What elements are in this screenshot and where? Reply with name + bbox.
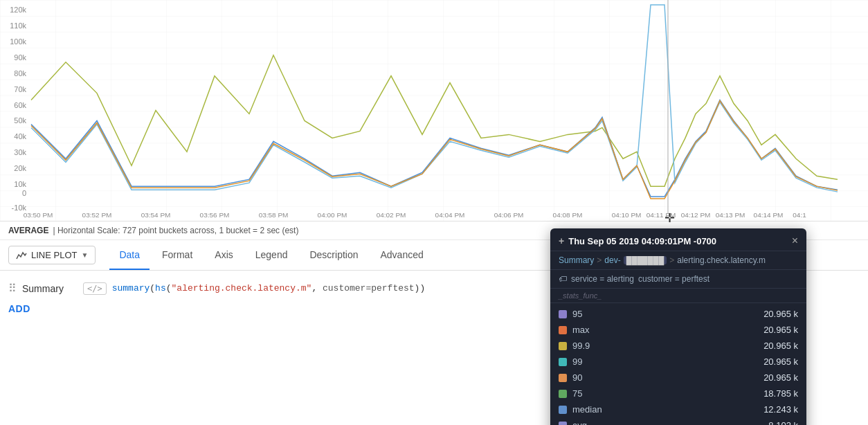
metric-value-avg: 8.102 k bbox=[768, 420, 798, 425]
svg-text:04:11 PM: 04:11 PM bbox=[647, 211, 676, 219]
metric-value-999: 20.965 k bbox=[763, 341, 798, 351]
tab-legend[interactable]: Legend bbox=[246, 241, 298, 270]
metric-row-max: max 20.965 k bbox=[550, 322, 806, 338]
svg-text:120k: 120k bbox=[10, 6, 26, 14]
metric-row-avg: avg 8.102 k bbox=[550, 417, 806, 425]
color-swatch-95 bbox=[559, 310, 567, 318]
metric-value-75: 18.785 k bbox=[763, 388, 798, 399]
svg-text:0: 0 bbox=[22, 189, 26, 197]
chart-type-button[interactable]: LINE PLOT ▼ bbox=[8, 246, 96, 264]
tag-customer: customer = perftest bbox=[638, 274, 709, 284]
metric-name-max: max bbox=[572, 325, 758, 335]
metric-name-99: 99 bbox=[572, 356, 758, 367]
chevron-down-icon: ▼ bbox=[81, 251, 88, 259]
tab-description[interactable]: Description bbox=[300, 241, 368, 270]
tag-icon: 🏷 bbox=[559, 274, 567, 284]
color-swatch-75 bbox=[559, 390, 567, 398]
chart-area: 120k 110k 100k 90k 80k 70k 60k 50k 40k 3… bbox=[0, 0, 868, 221]
metric-value-median: 12.243 k bbox=[763, 404, 798, 415]
svg-text:04:00 PM: 04:00 PM bbox=[318, 211, 347, 219]
breadcrumb-summary: Summary bbox=[559, 255, 594, 265]
svg-text:04:02 PM: 04:02 PM bbox=[377, 211, 406, 219]
metric-name-75: 75 bbox=[572, 388, 758, 399]
average-separator: | bbox=[53, 226, 55, 235]
metric-row-75: 75 18.785 k bbox=[550, 386, 806, 401]
svg-text:110k: 110k bbox=[10, 21, 26, 30]
breadcrumb-metric: alerting.check.latency.m bbox=[677, 255, 766, 265]
svg-text:04:13 PM: 04:13 PM bbox=[716, 211, 745, 219]
svg-text:04:10 PM: 04:10 PM bbox=[612, 211, 642, 219]
color-swatch-99 bbox=[559, 358, 567, 366]
color-swatch-median bbox=[559, 406, 567, 414]
metric-row-median: median 12.243 k bbox=[550, 401, 806, 417]
close-icon[interactable]: × bbox=[792, 235, 798, 246]
svg-text:50k: 50k bbox=[14, 116, 26, 125]
breadcrumb-sep1: > bbox=[597, 255, 602, 265]
tooltip-popup: + Thu Sep 05 2019 04:09:01PM -0700 × Sum… bbox=[550, 228, 806, 425]
svg-text:40k: 40k bbox=[14, 132, 26, 141]
color-swatch-max bbox=[559, 326, 567, 334]
tooltip-timestamp: Thu Sep 05 2019 04:09:01PM -0700 bbox=[568, 236, 716, 246]
svg-text:100k: 100k bbox=[10, 37, 26, 46]
svg-text:60k: 60k bbox=[14, 101, 26, 109]
code-toggle-button[interactable]: </> bbox=[83, 282, 107, 295]
metric-value-90: 20.965 k bbox=[763, 372, 798, 383]
svg-text:30k: 30k bbox=[14, 148, 26, 156]
line-plot-icon bbox=[16, 251, 27, 260]
metric-value-max: 20.965 k bbox=[763, 325, 798, 335]
tag-service: service = alerting bbox=[571, 274, 634, 284]
tooltip-breadcrumb: Summary > dev- ███████ > alerting.check.… bbox=[550, 251, 806, 270]
tab-advanced[interactable]: Advanced bbox=[371, 241, 433, 270]
average-label: AVERAGE bbox=[8, 226, 48, 235]
plus-icon: + bbox=[559, 235, 564, 246]
metric-value-95: 20.965 k bbox=[763, 309, 798, 319]
color-swatch-avg bbox=[559, 422, 567, 426]
metric-row-90: 90 20.965 k bbox=[550, 370, 806, 386]
metric-row-95: 95 20.965 k bbox=[550, 306, 806, 322]
row-label: Summary bbox=[22, 283, 78, 294]
drag-handle-icon[interactable]: ⠿ bbox=[8, 282, 17, 295]
svg-text:03:58 PM: 03:58 PM bbox=[259, 211, 289, 219]
metric-name-median: median bbox=[572, 404, 758, 415]
metric-name-999: 99.9 bbox=[572, 341, 758, 351]
tooltip-header-left: + Thu Sep 05 2019 04:09:01PM -0700 bbox=[559, 235, 716, 246]
svg-text:20k: 20k bbox=[14, 164, 26, 172]
fn-hs: hs bbox=[155, 283, 166, 293]
chart-type-label: LINE PLOT bbox=[31, 250, 77, 260]
svg-text:04:12 PM: 04:12 PM bbox=[681, 211, 711, 219]
average-description: Horizontal Scale: 727 point buckets acro… bbox=[57, 226, 299, 235]
tab-data[interactable]: Data bbox=[109, 241, 150, 270]
svg-text:90k: 90k bbox=[14, 53, 26, 62]
svg-text:04:1: 04:1 bbox=[793, 211, 806, 219]
tab-format[interactable]: Format bbox=[152, 241, 202, 270]
tooltip-func-header: _stats_func_ bbox=[550, 289, 806, 303]
color-swatch-90 bbox=[559, 374, 567, 382]
tooltip-tags: 🏷 service = alerting customer = perftest bbox=[550, 270, 806, 289]
svg-text:04:14 PM: 04:14 PM bbox=[754, 211, 784, 219]
svg-text:04:06 PM: 04:06 PM bbox=[494, 211, 524, 219]
tooltip-header: + Thu Sep 05 2019 04:09:01PM -0700 × bbox=[550, 228, 806, 251]
metric-value-99: 20.965 k bbox=[763, 356, 798, 367]
tab-axis[interactable]: Axis bbox=[205, 241, 242, 270]
breadcrumb-dev: dev- bbox=[604, 255, 620, 265]
breadcrumb-sep2: > bbox=[669, 255, 674, 265]
metric-row-999: 99.9 20.965 k bbox=[550, 338, 806, 354]
metric-row-99: 99 20.965 k bbox=[550, 354, 806, 370]
metric-name-95: 95 bbox=[572, 309, 758, 319]
svg-text:70k: 70k bbox=[14, 85, 26, 93]
svg-text:03:56 PM: 03:56 PM bbox=[200, 211, 230, 219]
line-chart: 120k 110k 100k 90k 80k 70k 60k 50k 40k 3… bbox=[0, 0, 868, 221]
metric-name-90: 90 bbox=[572, 372, 758, 383]
svg-text:04:04 PM: 04:04 PM bbox=[435, 211, 465, 219]
svg-text:03:50 PM: 03:50 PM bbox=[24, 211, 53, 219]
svg-text:80k: 80k bbox=[14, 69, 26, 78]
svg-text:03:52 PM: 03:52 PM bbox=[82, 211, 112, 219]
metric-name-avg: avg bbox=[572, 420, 763, 425]
svg-text:04:08 PM: 04:08 PM bbox=[553, 211, 583, 219]
tooltip-metrics: 95 20.965 k max 20.965 k 99.9 20.965 k 9… bbox=[550, 303, 806, 425]
fn-summary: summary bbox=[112, 283, 150, 293]
svg-text:03:54 PM: 03:54 PM bbox=[141, 211, 171, 219]
svg-text:10k: 10k bbox=[14, 180, 26, 188]
color-swatch-999 bbox=[559, 342, 567, 350]
